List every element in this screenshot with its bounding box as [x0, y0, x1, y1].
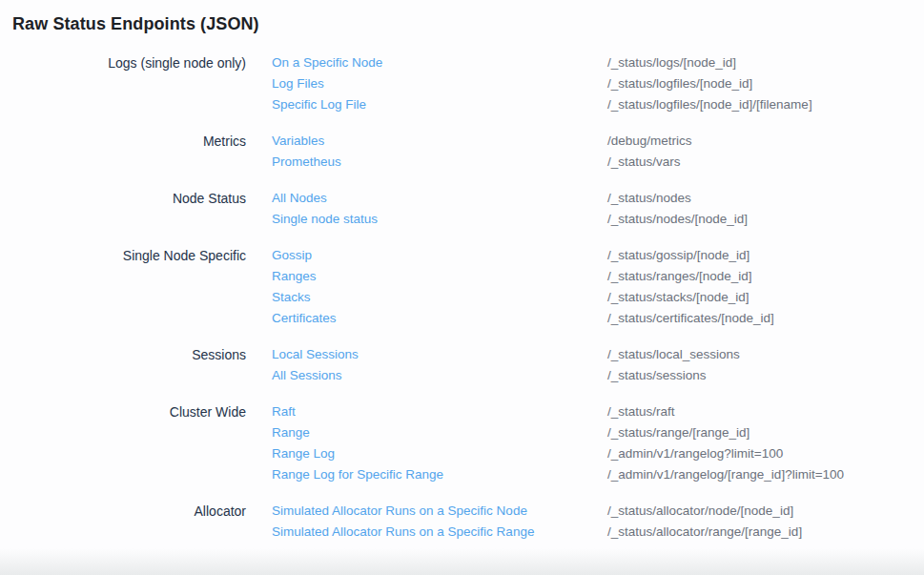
endpoint-group: Node Status All Nodes /_status/nodes Sin…	[0, 188, 924, 230]
endpoint-path: /_status/ranges/[node_id]	[607, 266, 752, 287]
endpoint-path: /_status/local_sessions	[607, 344, 740, 365]
endpoint-link[interactable]: All Nodes	[272, 188, 607, 209]
endpoint-row: Ranges /_status/ranges/[node_id]	[272, 266, 924, 287]
endpoint-row: Certificates /_status/certificates/[node…	[272, 308, 924, 329]
raw-status-endpoints-page: Raw Status Endpoints (JSON) Logs (single…	[0, 0, 924, 575]
endpoint-path: /_status/logfiles/[node_id]/[filename]	[607, 94, 812, 115]
endpoint-path: /_status/gossip/[node_id]	[607, 245, 749, 266]
endpoint-link[interactable]: On a Specific Node	[272, 52, 607, 73]
endpoint-row: Single node status /_status/nodes/[node_…	[272, 209, 924, 230]
endpoint-row: Simulated Allocator Runs on a Specific R…	[272, 522, 924, 543]
endpoint-path: /_status/raft	[607, 401, 675, 422]
endpoint-path: /_admin/v1/rangelog?limit=100	[607, 443, 783, 464]
endpoint-path: /_status/logs/[node_id]	[607, 52, 736, 73]
endpoint-link[interactable]: Raft	[272, 401, 607, 422]
endpoint-row: Range /_status/range/[range_id]	[272, 422, 924, 443]
endpoint-link[interactable]: Single node status	[272, 209, 607, 230]
group-category: Sessions	[0, 344, 246, 365]
endpoint-row: Log Files /_status/logfiles/[node_id]	[272, 73, 924, 94]
endpoint-path: /_status/range/[range_id]	[607, 422, 749, 443]
endpoint-link[interactable]: Ranges	[272, 266, 607, 287]
endpoint-row: Raft /_status/raft	[272, 401, 924, 422]
endpoint-row: On a Specific Node /_status/logs/[node_i…	[272, 52, 924, 73]
endpoint-groups: Logs (single node only) On a Specific No…	[0, 52, 924, 543]
group-rows: Raft /_status/raft Range /_status/range/…	[272, 401, 924, 485]
endpoint-link[interactable]: Range Log	[272, 443, 607, 464]
group-category: Allocator	[0, 501, 246, 522]
endpoint-row: Specific Log File /_status/logfiles/[nod…	[272, 94, 924, 115]
endpoint-path: /_status/allocator/node/[node_id]	[607, 501, 793, 522]
endpoint-row: Stacks /_status/stacks/[node_id]	[272, 287, 924, 308]
endpoint-path: /_status/nodes/[node_id]	[607, 209, 748, 230]
footer-fade	[0, 548, 924, 575]
group-category: Cluster Wide	[0, 401, 246, 422]
page-title: Raw Status Endpoints (JSON)	[0, 0, 924, 34]
group-category: Single Node Specific	[0, 245, 246, 266]
endpoint-path: /debug/metrics	[607, 131, 692, 152]
endpoint-path: /_status/nodes	[607, 188, 691, 209]
endpoint-link[interactable]: Specific Log File	[272, 94, 607, 115]
group-category: Logs (single node only)	[0, 52, 246, 73]
endpoint-path: /_status/sessions	[607, 365, 707, 386]
endpoint-path: /_status/allocator/range/[range_id]	[607, 522, 802, 543]
endpoint-row: Gossip /_status/gossip/[node_id]	[272, 245, 924, 266]
endpoint-path: /_status/stacks/[node_id]	[607, 287, 749, 308]
endpoint-row: Range Log for Specific Range /_admin/v1/…	[272, 464, 924, 485]
endpoint-link[interactable]: Prometheus	[272, 152, 607, 173]
endpoint-link[interactable]: Gossip	[272, 245, 607, 266]
group-rows: All Nodes /_status/nodes Single node sta…	[272, 188, 924, 230]
endpoint-group: Metrics Variables /debug/metrics Prometh…	[0, 131, 924, 173]
endpoint-row: Local Sessions /_status/local_sessions	[272, 344, 924, 365]
endpoint-row: Simulated Allocator Runs on a Specific N…	[272, 501, 924, 522]
endpoint-row: Prometheus /_status/vars	[272, 152, 924, 173]
endpoint-path: /_status/logfiles/[node_id]	[607, 73, 752, 94]
endpoint-link[interactable]: All Sessions	[272, 365, 607, 386]
endpoint-link[interactable]: Simulated Allocator Runs on a Specific R…	[272, 522, 607, 543]
endpoint-group: Logs (single node only) On a Specific No…	[0, 52, 924, 115]
endpoint-link[interactable]: Simulated Allocator Runs on a Specific N…	[272, 501, 607, 522]
endpoint-row: Range Log /_admin/v1/rangelog?limit=100	[272, 443, 924, 464]
endpoint-link[interactable]: Range	[272, 422, 607, 443]
endpoint-row: All Sessions /_status/sessions	[272, 365, 924, 386]
endpoint-link[interactable]: Local Sessions	[272, 344, 607, 365]
endpoint-row: All Nodes /_status/nodes	[272, 188, 924, 209]
group-rows: Local Sessions /_status/local_sessions A…	[272, 344, 924, 386]
endpoint-link[interactable]: Stacks	[272, 287, 607, 308]
endpoint-group: Allocator Simulated Allocator Runs on a …	[0, 501, 924, 543]
endpoint-group: Sessions Local Sessions /_status/local_s…	[0, 344, 924, 386]
endpoint-row: Variables /debug/metrics	[272, 131, 924, 152]
group-rows: On a Specific Node /_status/logs/[node_i…	[272, 52, 924, 115]
group-category: Node Status	[0, 188, 246, 209]
endpoint-group: Cluster Wide Raft /_status/raft Range /_…	[0, 401, 924, 485]
endpoint-link[interactable]: Certificates	[272, 308, 607, 329]
group-rows: Gossip /_status/gossip/[node_id] Ranges …	[272, 245, 924, 329]
endpoint-link[interactable]: Variables	[272, 131, 607, 152]
group-rows: Variables /debug/metrics Prometheus /_st…	[272, 131, 924, 173]
endpoint-path: /_admin/v1/rangelog/[range_id]?limit=100	[607, 464, 844, 485]
endpoint-path: /_status/vars	[607, 152, 681, 173]
endpoint-link[interactable]: Range Log for Specific Range	[272, 464, 607, 485]
group-rows: Simulated Allocator Runs on a Specific N…	[272, 501, 924, 543]
endpoint-link[interactable]: Log Files	[272, 73, 607, 94]
endpoint-path: /_status/certificates/[node_id]	[607, 308, 774, 329]
endpoint-group: Single Node Specific Gossip /_status/gos…	[0, 245, 924, 329]
group-category: Metrics	[0, 131, 246, 152]
